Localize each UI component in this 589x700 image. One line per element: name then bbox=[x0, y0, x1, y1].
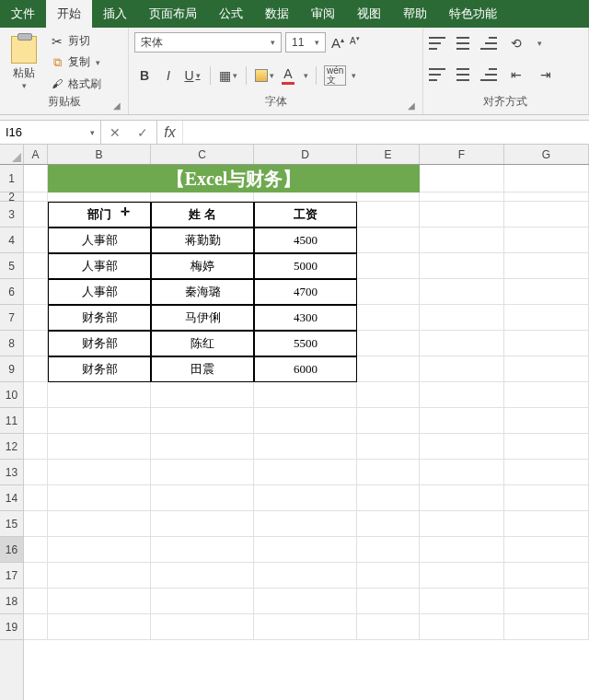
format-painter-button[interactable]: 格式刷 bbox=[48, 76, 103, 93]
col-header-D[interactable]: D bbox=[254, 145, 357, 164]
tab-0[interactable]: 文件 bbox=[0, 0, 46, 28]
cell-B8[interactable]: 财务部 bbox=[48, 331, 151, 356]
cell-D4[interactable]: 4500 bbox=[254, 228, 357, 253]
row-header-16[interactable]: 16 bbox=[0, 537, 23, 563]
cell-G19[interactable] bbox=[504, 614, 589, 640]
cell-E5[interactable] bbox=[357, 253, 420, 279]
cell-B5[interactable]: 人事部 bbox=[48, 253, 151, 279]
cell-G7[interactable] bbox=[504, 305, 589, 331]
cell-C17[interactable] bbox=[151, 563, 254, 589]
row-header-17[interactable]: 17 bbox=[0, 563, 23, 589]
cell-C15[interactable] bbox=[151, 511, 254, 537]
cell-E2[interactable] bbox=[357, 192, 420, 202]
cell-F10[interactable] bbox=[420, 382, 504, 408]
cell-F11[interactable] bbox=[420, 408, 504, 434]
cell-B15[interactable] bbox=[48, 511, 151, 537]
col-header-E[interactable]: E bbox=[357, 145, 420, 164]
cell-E4[interactable] bbox=[357, 228, 420, 253]
cell-B13[interactable] bbox=[48, 460, 151, 485]
font-color-button[interactable]: A bbox=[278, 65, 298, 86]
cell-B9[interactable]: 财务部 bbox=[48, 356, 151, 382]
cell-F7[interactable] bbox=[420, 305, 504, 331]
cell-C11[interactable] bbox=[151, 408, 254, 434]
cell-D2[interactable] bbox=[254, 192, 357, 202]
cell-C9[interactable]: 田震 bbox=[151, 356, 254, 382]
worksheet[interactable]: ABCDEFG 12345678910111213141516171819 【E… bbox=[0, 145, 589, 700]
formula-bar[interactable] bbox=[183, 121, 589, 144]
cell-B16[interactable] bbox=[48, 537, 151, 563]
cell-C10[interactable] bbox=[151, 382, 254, 408]
cell-E17[interactable] bbox=[357, 563, 420, 589]
cell-F5[interactable] bbox=[420, 253, 504, 279]
cut-button[interactable]: 剪切 bbox=[48, 32, 103, 50]
col-header-B[interactable]: B bbox=[48, 145, 151, 164]
cell-D15[interactable] bbox=[254, 511, 357, 537]
cell-B19[interactable] bbox=[48, 614, 151, 640]
cell-D3[interactable]: 工资 bbox=[254, 202, 357, 228]
tab-1[interactable]: 开始 bbox=[46, 0, 92, 28]
row-header-1[interactable]: 1 bbox=[0, 165, 23, 192]
cell-D5[interactable]: 5000 bbox=[254, 253, 357, 279]
cell-G18[interactable] bbox=[504, 589, 589, 614]
cell-B10[interactable] bbox=[48, 382, 151, 408]
phonetic-button[interactable]: wén文 bbox=[324, 65, 346, 86]
cell-A13[interactable] bbox=[24, 460, 48, 485]
dropdown-icon[interactable]: ▾ bbox=[96, 58, 100, 67]
cells-area[interactable]: 【Excel与财务】部门姓 名工资人事部蒋勤勤4500人事部梅婷5000人事部秦… bbox=[24, 165, 589, 700]
cell-F14[interactable] bbox=[420, 485, 504, 511]
row-header-8[interactable]: 8 bbox=[0, 331, 23, 356]
cell-A17[interactable] bbox=[24, 563, 48, 589]
cell-A3[interactable] bbox=[24, 202, 48, 228]
font-name-select[interactable]: 宋体 ▾ bbox=[134, 32, 282, 52]
cell-D17[interactable] bbox=[254, 563, 357, 589]
cancel-button[interactable]: ✕ bbox=[101, 125, 129, 140]
orientation-button[interactable] bbox=[506, 33, 526, 53]
cell-A4[interactable] bbox=[24, 228, 48, 253]
cell-B11[interactable] bbox=[48, 408, 151, 434]
cell-D18[interactable] bbox=[254, 589, 357, 614]
cell-D14[interactable] bbox=[254, 485, 357, 511]
col-header-G[interactable]: G bbox=[504, 145, 589, 164]
cell-G3[interactable] bbox=[504, 202, 589, 228]
bold-button[interactable]: B bbox=[134, 65, 155, 86]
dropdown-icon[interactable]: ▾ bbox=[90, 128, 95, 137]
cell-F8[interactable] bbox=[420, 331, 504, 356]
row-header-10[interactable]: 10 bbox=[0, 382, 23, 408]
cell-G16[interactable] bbox=[504, 537, 589, 563]
cell-C16[interactable] bbox=[151, 537, 254, 563]
fill-color-button[interactable]: ▾ bbox=[254, 65, 274, 86]
row-header-14[interactable]: 14 bbox=[0, 485, 23, 511]
align-top-button[interactable] bbox=[429, 37, 445, 50]
cell-F16[interactable] bbox=[420, 537, 504, 563]
cell-G14[interactable] bbox=[504, 485, 589, 511]
cell-D12[interactable] bbox=[254, 434, 357, 460]
row-header-19[interactable]: 19 bbox=[0, 614, 23, 640]
row-header-5[interactable]: 5 bbox=[0, 253, 23, 279]
select-all-corner[interactable] bbox=[0, 145, 24, 165]
cell-F15[interactable] bbox=[420, 511, 504, 537]
cell-D7[interactable]: 4300 bbox=[254, 305, 357, 331]
cell-E7[interactable] bbox=[357, 305, 420, 331]
cell-F18[interactable] bbox=[420, 589, 504, 614]
row-header-9[interactable]: 9 bbox=[0, 356, 23, 382]
font-size-select[interactable]: 11 ▾ bbox=[285, 32, 326, 52]
cell-D11[interactable] bbox=[254, 408, 357, 434]
row-header-12[interactable]: 12 bbox=[0, 434, 23, 460]
cell-G11[interactable] bbox=[504, 408, 589, 434]
cell-G8[interactable] bbox=[504, 331, 589, 356]
dropdown-icon[interactable]: ▾ bbox=[352, 71, 356, 80]
cell-E6[interactable] bbox=[357, 279, 420, 305]
enter-button[interactable]: ✓ bbox=[129, 125, 156, 140]
cell-C6[interactable]: 秦海璐 bbox=[151, 279, 254, 305]
align-left-button[interactable] bbox=[429, 68, 445, 81]
underline-button[interactable]: U▾ bbox=[182, 65, 202, 86]
row-header-3[interactable]: 3 bbox=[0, 202, 23, 228]
cell-C2[interactable] bbox=[151, 192, 254, 202]
row-header-18[interactable]: 18 bbox=[0, 589, 23, 614]
decrease-indent-button[interactable] bbox=[506, 64, 526, 85]
row-header-13[interactable]: 13 bbox=[0, 460, 23, 485]
cell-C13[interactable] bbox=[151, 460, 254, 485]
cell-A16[interactable] bbox=[24, 537, 48, 563]
cell[interactable] bbox=[420, 165, 504, 192]
cell-G13[interactable] bbox=[504, 460, 589, 485]
